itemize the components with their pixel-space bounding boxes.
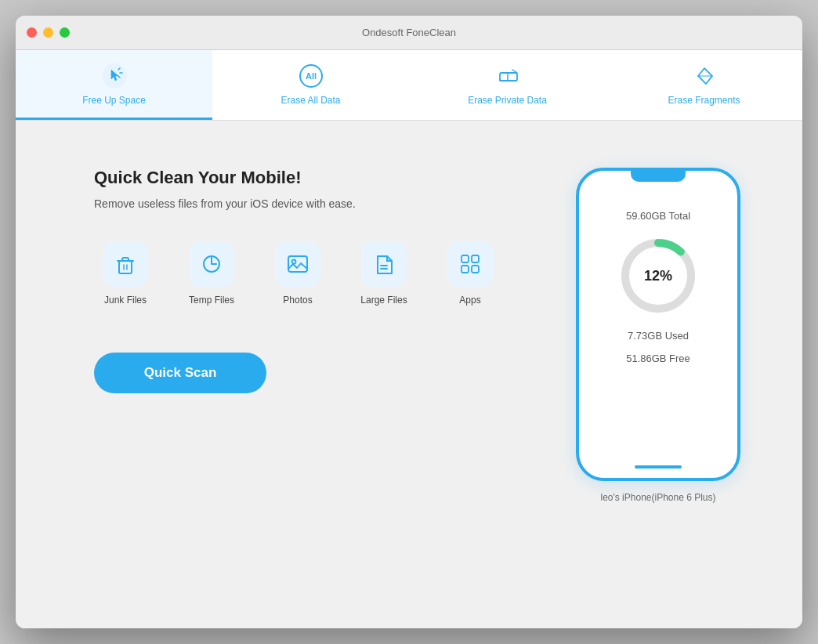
free-up-space-icon — [100, 62, 128, 90]
tab-free-up-space[interactable]: Free Up Space — [16, 50, 212, 120]
feature-temp-files[interactable]: Temp Files — [180, 241, 243, 306]
feature-apps[interactable]: Apps — [439, 241, 501, 306]
large-files-label: Large Files — [360, 295, 407, 306]
junk-files-icon — [113, 251, 138, 277]
junk-files-icon-box — [103, 241, 148, 287]
close-button[interactable] — [27, 27, 37, 38]
svg-rect-22 — [472, 266, 479, 273]
apps-icon — [458, 251, 483, 277]
quick-scan-button[interactable]: Quick Scan — [94, 353, 266, 393]
apps-label: Apps — [459, 295, 480, 306]
apps-icon-box — [447, 241, 493, 287]
maximize-button[interactable] — [60, 27, 70, 38]
feature-large-files[interactable]: Large Files — [353, 241, 415, 306]
large-files-icon — [371, 251, 396, 277]
subtext: Remove useless files from your iOS devic… — [94, 197, 501, 210]
storage-used: 7.73GB Used — [628, 330, 689, 342]
svg-rect-6 — [500, 73, 517, 81]
tab-erase-all-data-label: Erase All Data — [281, 95, 340, 106]
phone-notch — [631, 171, 686, 182]
donut-chart: 12% — [615, 233, 701, 319]
right-panel: 59.60GB Total 12% 7.73GB Used 51.86GB Fr… — [564, 168, 752, 503]
svg-rect-15 — [288, 256, 307, 272]
storage-total: 59.60GB Total — [626, 210, 690, 222]
tab-erase-private-data[interactable]: Erase Private Data — [409, 50, 606, 120]
junk-files-label: Junk Files — [104, 295, 147, 306]
tab-bar: Free Up Space All Erase All Data — [16, 50, 802, 121]
temp-files-label: Temp Files — [189, 295, 234, 306]
photos-label: Photos — [283, 295, 312, 306]
title-bar: Ondesoft FoneClean — [16, 16, 802, 50]
large-files-icon-box — [361, 241, 407, 287]
app-window: Ondesoft FoneClean Free Up Space — [16, 16, 802, 628]
svg-point-16 — [292, 260, 296, 264]
main-content: Quick Clean Your Mobile! Remove useless … — [16, 121, 802, 628]
feature-photos[interactable]: Photos — [266, 241, 329, 306]
svg-rect-20 — [472, 255, 479, 262]
temp-files-icon-box — [189, 241, 234, 287]
left-panel: Quick Clean Your Mobile! Remove useless … — [94, 168, 501, 393]
erase-private-data-icon — [494, 62, 522, 90]
tab-erase-fragments-label: Erase Fragments — [668, 95, 740, 106]
svg-rect-19 — [461, 255, 469, 262]
photos-icon-box — [275, 241, 320, 287]
svg-rect-10 — [119, 261, 132, 273]
traffic-lights — [27, 27, 70, 38]
headline: Quick Clean Your Mobile! — [94, 168, 501, 188]
photos-icon — [285, 251, 310, 277]
svg-text:All: All — [305, 71, 316, 81]
tab-free-up-space-label: Free Up Space — [82, 95, 146, 106]
tab-erase-fragments[interactable]: Erase Fragments — [606, 50, 802, 120]
svg-rect-21 — [461, 266, 469, 273]
temp-files-icon — [199, 251, 224, 277]
phone-content: 59.60GB Total 12% 7.73GB Used 51.86GB Fr… — [587, 186, 729, 364]
minimize-button[interactable] — [43, 27, 53, 38]
phone-home-bar — [635, 465, 682, 469]
tab-erase-private-data-label: Erase Private Data — [468, 95, 547, 106]
erase-fragments-icon — [690, 62, 718, 90]
feature-icons: Junk Files Temp Files — [94, 241, 501, 306]
erase-all-data-icon: All — [297, 62, 325, 90]
feature-junk-files[interactable]: Junk Files — [94, 241, 157, 306]
phone-frame: 59.60GB Total 12% 7.73GB Used 51.86GB Fr… — [576, 168, 740, 481]
device-name: leo's iPhone(iPhone 6 Plus) — [600, 492, 715, 503]
donut-percent-label: 12% — [644, 268, 672, 284]
window-title: Ondesoft FoneClean — [362, 27, 456, 38]
tab-erase-all-data[interactable]: All Erase All Data — [212, 50, 409, 120]
storage-free: 51.86GB Free — [626, 353, 690, 364]
